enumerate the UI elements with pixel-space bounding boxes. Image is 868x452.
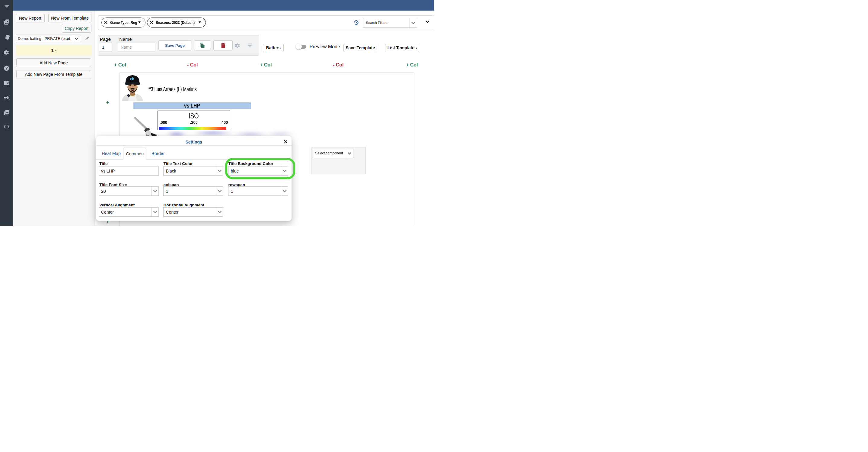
svg-text:?: ? — [5, 66, 8, 70]
